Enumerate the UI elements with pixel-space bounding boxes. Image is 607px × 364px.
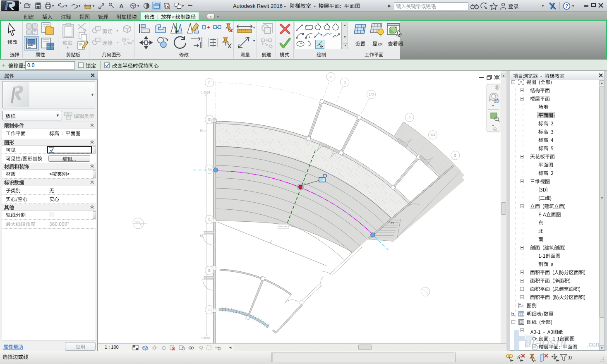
svg-text:6Y: 6Y xyxy=(391,222,394,225)
svg-text:1/4: 1/4 xyxy=(430,133,436,137)
svg-text:?: ? xyxy=(565,3,568,9)
svg-text:5: 5 xyxy=(454,153,456,158)
svg-text:A: A xyxy=(208,308,211,312)
svg-text:1-1668: 1-1668 xyxy=(201,337,210,340)
svg-text:4: 4 xyxy=(408,115,410,120)
svg-text:3: 3 xyxy=(344,80,346,84)
svg-text:C: C xyxy=(208,218,211,222)
svg-text:1-1668: 1-1668 xyxy=(201,91,210,94)
svg-text:B: B xyxy=(208,268,211,273)
svg-text:2: 2 xyxy=(330,75,332,79)
svg-text:A0-1: A0-1 xyxy=(135,220,140,223)
svg-text:E: E xyxy=(208,117,211,122)
svg-text:F: F xyxy=(208,81,211,85)
svg-text:3: 3 xyxy=(140,224,142,227)
svg-text:2D: 2D xyxy=(494,99,499,103)
svg-text:1/3: 1/3 xyxy=(369,92,374,96)
svg-text:D: D xyxy=(208,167,211,171)
svg-text:86 o: 86 o xyxy=(200,129,206,132)
svg-text:86: 86 xyxy=(200,234,203,237)
svg-text:A: A xyxy=(119,2,124,10)
